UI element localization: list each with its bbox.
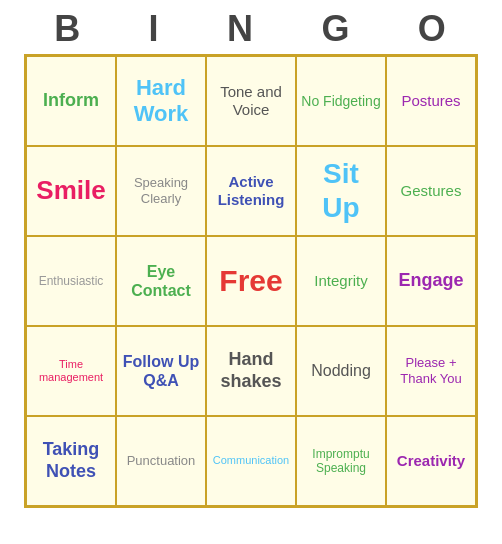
cell-text-14: Engage (398, 270, 463, 292)
cell-text-3: No Fidgeting (301, 93, 380, 110)
cell-text-22: Communication (213, 454, 289, 467)
cell-text-4: Postures (401, 92, 460, 110)
bingo-cell-22: Communication (207, 417, 295, 505)
bingo-cell-21: Punctuation (117, 417, 205, 505)
cell-text-8: Sit Up (301, 157, 381, 224)
bingo-title: B I N G O (21, 0, 481, 54)
cell-text-21: Punctuation (127, 453, 196, 469)
bingo-cell-19: Please + Thank You (387, 327, 475, 415)
bingo-cell-16: Follow Up Q&A (117, 327, 205, 415)
bingo-cell-23: Impromptu Speaking (297, 417, 385, 505)
bingo-cell-20: Taking Notes (27, 417, 115, 505)
cell-text-24: Creativity (397, 452, 465, 470)
title-o: O (418, 8, 448, 50)
bingo-cell-4: Postures (387, 57, 475, 145)
cell-text-18: Nodding (311, 361, 371, 380)
cell-text-10: Enthusiastic (39, 274, 104, 288)
title-b: B (54, 8, 82, 50)
bingo-cell-3: No Fidgeting (297, 57, 385, 145)
bingo-cell-5: Smile (27, 147, 115, 235)
cell-text-11: Eye Contact (121, 262, 201, 300)
cell-text-12: Free (219, 263, 282, 299)
title-g: G (321, 8, 351, 50)
title-n: N (227, 8, 255, 50)
bingo-cell-24: Creativity (387, 417, 475, 505)
bingo-cell-18: Nodding (297, 327, 385, 415)
bingo-cell-10: Enthusiastic (27, 237, 115, 325)
bingo-cell-14: Engage (387, 237, 475, 325)
cell-text-16: Follow Up Q&A (121, 352, 201, 390)
bingo-cell-1: Hard Work (117, 57, 205, 145)
bingo-cell-15: Time management (27, 327, 115, 415)
bingo-cell-6: Speaking Clearly (117, 147, 205, 235)
cell-text-9: Gestures (401, 182, 462, 200)
cell-text-1: Hard Work (121, 75, 201, 128)
bingo-grid: InformHard WorkTone and VoiceNo Fidgetin… (24, 54, 478, 508)
bingo-cell-12: Free (207, 237, 295, 325)
cell-text-0: Inform (43, 90, 99, 112)
cell-text-7: Active Listening (211, 173, 291, 209)
cell-text-5: Smile (36, 175, 105, 206)
cell-text-23: Impromptu Speaking (301, 447, 381, 476)
bingo-cell-9: Gestures (387, 147, 475, 235)
bingo-cell-13: Integrity (297, 237, 385, 325)
cell-text-19: Please + Thank You (391, 355, 471, 386)
cell-text-20: Taking Notes (31, 439, 111, 482)
cell-text-2: Tone and Voice (211, 83, 291, 119)
title-i: I (149, 8, 161, 50)
bingo-cell-7: Active Listening (207, 147, 295, 235)
cell-text-6: Speaking Clearly (121, 175, 201, 206)
bingo-cell-17: Hand shakes (207, 327, 295, 415)
bingo-cell-2: Tone and Voice (207, 57, 295, 145)
cell-text-15: Time management (31, 358, 111, 384)
bingo-cell-11: Eye Contact (117, 237, 205, 325)
bingo-cell-0: Inform (27, 57, 115, 145)
cell-text-17: Hand shakes (211, 349, 291, 392)
bingo-cell-8: Sit Up (297, 147, 385, 235)
cell-text-13: Integrity (314, 272, 367, 290)
